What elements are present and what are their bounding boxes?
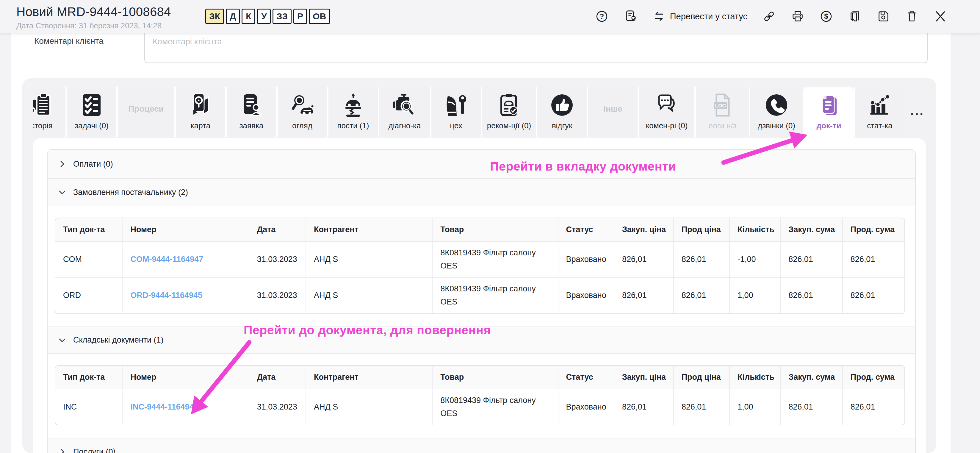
section-services[interactable]: Послуги (0): [48, 439, 915, 453]
delete-button[interactable]: [905, 10, 919, 23]
column-header: Статус: [558, 218, 614, 241]
column-header: Товар: [432, 218, 558, 241]
doc-type-cell: ORD: [55, 278, 122, 313]
tab-documents[interactable]: док-ти: [804, 87, 854, 138]
warehouse-docs-body: Тип док-та Номер Дата Контрагент Товар С…: [48, 354, 915, 439]
column-header: Закуп. сума: [780, 218, 842, 241]
documents-accordion: Оплати (0) Замовлення постачальнику (2): [47, 149, 916, 453]
document-number-link[interactable]: ORD-9444-1164945: [130, 291, 202, 300]
tab-tasks[interactable]: задачі (0): [67, 87, 116, 137]
section-supplier-orders[interactable]: Замовлення постачальнику (2): [48, 179, 915, 206]
quantity-cell: 1,00: [730, 278, 780, 313]
tab-label: стат-ка: [867, 121, 892, 130]
client-comments-label: Коментарі клієнта: [34, 36, 103, 46]
print-button[interactable]: [791, 10, 805, 23]
status-badge[interactable]: ЗЗ: [272, 9, 291, 24]
tab-request[interactable]: заявка: [227, 87, 276, 137]
money-button[interactable]: $: [819, 10, 833, 23]
tab-posts[interactable]: пости (1): [328, 87, 378, 137]
request-document-person-icon: [240, 91, 263, 119]
help-icon: ?: [595, 10, 609, 23]
column-header: Статус: [558, 366, 614, 389]
transfer-status-button[interactable]: Перевести у статус: [652, 10, 747, 23]
tab-comments[interactable]: комен-рі (0): [639, 87, 694, 137]
tab-inspection[interactable]: огляд: [278, 87, 327, 137]
page-title: Новий MRD-9444-1008684: [16, 5, 171, 19]
tab-feedback[interactable]: відгук: [537, 87, 587, 137]
status-badge[interactable]: К: [242, 9, 255, 24]
column-header: Контрагент: [306, 218, 432, 241]
documents-tab-content: Оплати (0) Замовлення постачальнику (2): [33, 138, 926, 453]
sale-sum-cell: 826,01: [843, 278, 904, 313]
column-header: Закуп. сума: [780, 366, 842, 389]
section-title: Складські документи (1): [73, 335, 164, 345]
save-icon: [877, 10, 890, 23]
close-button[interactable]: [934, 10, 947, 23]
document-number-link[interactable]: INC-9444-1164946: [130, 402, 198, 412]
status-badge[interactable]: Р: [293, 9, 307, 24]
save-button[interactable]: [877, 10, 890, 23]
supplier-orders-body: Тип док-та Номер Дата Контрагент Товар С…: [48, 206, 915, 327]
tab-recommendations[interactable]: реком-ції (0): [482, 87, 536, 137]
product-cell: 8К0819439 Фільтр салону OES: [432, 278, 558, 313]
tab-label: логи н/з: [708, 121, 737, 130]
purchase-sum-cell: 826,01: [780, 241, 842, 278]
tab-history[interactable]: історія: [33, 87, 65, 137]
status-badge[interactable]: Д: [226, 9, 240, 24]
tab-workshop[interactable]: цех: [431, 87, 481, 137]
tab-diagnostics[interactable]: діагно-ка: [379, 87, 430, 137]
statistics-chart-icon: [868, 91, 892, 119]
sale-sum-cell: 826,01: [843, 389, 904, 425]
status-badge[interactable]: У: [257, 9, 271, 24]
column-header: Кількість: [730, 366, 780, 389]
sale-price-cell: 826,01: [674, 241, 730, 278]
purchase-price-cell: 826,01: [614, 241, 674, 278]
date-cell: 31.03.2023: [249, 278, 306, 313]
more-tabs-button[interactable]: ...: [910, 104, 924, 118]
document-check-button[interactable]: [624, 10, 637, 23]
tab-label: історія: [33, 121, 52, 130]
document-number-link[interactable]: COM-9444-1164947: [130, 255, 203, 264]
column-header: Закуп. ціна: [614, 218, 674, 241]
help-button[interactable]: ?: [595, 10, 609, 23]
annotation-go-to-document: Перейти до документа, для повернення: [243, 323, 491, 337]
copy-link-button[interactable]: [762, 10, 776, 23]
section-title: Послуги (0): [73, 447, 116, 453]
warehouse-docs-table: Тип док-та Номер Дата Контрагент Товар С…: [55, 366, 904, 425]
section-title: Оплати (0): [73, 160, 113, 169]
tab-calls[interactable]: дзвінки (0): [750, 87, 803, 137]
tab-label: реком-ції (0): [487, 121, 531, 130]
tab-logs: LOG логи н/з: [696, 87, 749, 137]
section-payments[interactable]: Оплати (0): [48, 150, 915, 179]
chevron-right-icon: [58, 448, 66, 453]
tab-label: дзвінки (0): [758, 121, 795, 130]
tab-label: комен-рі (0): [646, 121, 688, 130]
purchase-sum-cell: 826,01: [780, 278, 842, 313]
status-badge[interactable]: ЗК: [205, 9, 224, 24]
column-header: Прод. сума: [843, 218, 904, 241]
purchase-price-cell: 826,01: [614, 278, 674, 313]
created-date: Дата Створення: 31 березня 2023, 14:28: [16, 21, 171, 30]
svg-text:LOG: LOG: [715, 103, 726, 108]
supplier-orders-table: Тип док-та Номер Дата Контрагент Товар С…: [55, 218, 904, 313]
tab-statistics[interactable]: стат-ка: [855, 87, 904, 137]
tab-map[interactable]: карта: [176, 87, 225, 137]
product-cell: 8К0819439 Фільтр салону OES: [432, 389, 558, 425]
copy-button[interactable]: [848, 10, 862, 23]
tabs-panel: історія задачі (0) Процеси карт: [22, 78, 936, 453]
column-header: Кількість: [730, 218, 780, 241]
calls-phone-icon: [765, 91, 788, 119]
sale-price-cell: 826,01: [674, 278, 730, 313]
inspection-magnifier-car-icon: [290, 91, 314, 119]
product-cell: 8К0819439 Фільтр салону OES: [432, 241, 558, 278]
table-header-row: Тип док-та Номер Дата Контрагент Товар С…: [55, 218, 904, 241]
client-comments-input[interactable]: [144, 30, 928, 63]
header-actions: ? Перевести у статус $: [595, 0, 947, 33]
trash-icon: [905, 10, 919, 23]
column-header: Закуп. ціна: [614, 366, 674, 389]
counterparty-cell: АНД S: [306, 389, 432, 425]
column-header: Тип док-та: [55, 218, 122, 241]
counterparty-cell: АНД S: [306, 278, 432, 313]
column-header: Прод ціна: [674, 366, 730, 389]
status-badge[interactable]: ОВ: [309, 9, 330, 24]
